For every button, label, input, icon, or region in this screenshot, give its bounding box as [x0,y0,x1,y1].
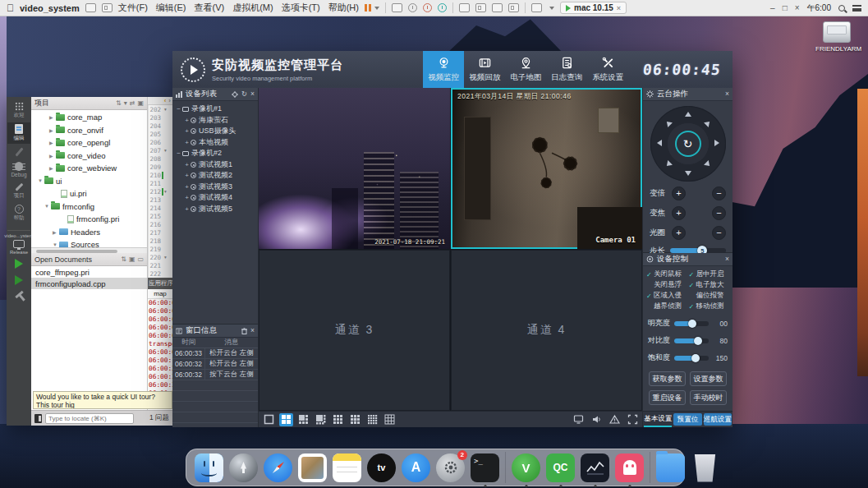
dock-green-v-app-icon[interactable]: V [512,453,540,482]
snapshot-clock-icon[interactable] [423,3,432,12]
close-icon[interactable]: × [725,90,729,98]
checkbox-option[interactable]: ✓ 偏位报警 [689,291,732,301]
vm-tab[interactable]: mac 10.15 × [560,2,627,14]
dock-terminal-icon[interactable]: >_ [471,453,499,482]
layout-8-button[interactable] [314,413,328,426]
device-tree-item[interactable]: + 测试视频2 [172,170,258,182]
slider-track[interactable] [674,321,709,326]
fullscreen-icon[interactable] [627,413,639,426]
project-tree-item[interactable]: ▶ core_opengl [31,136,147,150]
vm-menu-item[interactable]: 虚拟机(M) [232,2,273,14]
split-icon[interactable]: ▣ [137,99,144,107]
apple-menu-icon[interactable]:  [7,3,14,13]
expander-icon[interactable]: ▶ [49,140,56,145]
sync-icon[interactable]: ⇅ [121,256,126,263]
trash-icon[interactable] [241,328,247,334]
device-tree-item[interactable]: − 录像机#1 [172,104,258,115]
project-tree-item[interactable]: ▶ core_map [31,111,147,124]
project-tree-item[interactable]: frmconfig.pri [31,213,147,226]
history-clock-icon[interactable] [438,3,447,12]
minus-button[interactable]: − [712,226,726,240]
tab-log-query[interactable]: 日志查询 [546,51,587,88]
sidebar-toggle-icon[interactable] [34,414,42,423]
dock-finder-icon[interactable] [195,453,223,482]
mode-welcome[interactable]: 欢迎 [7,100,30,121]
device-tree-item[interactable]: + 测试视频4 [172,192,258,204]
expander-icon[interactable]: ▼ [38,178,44,183]
layout-4-button[interactable] [279,413,293,426]
fold-arrow-icon[interactable]: ▾ [164,107,167,112]
video-channel-2-selected[interactable]: 2021年03月14日 星期日 21:00:46 Camera 01 [451,88,642,249]
back-icon[interactable]: ‹ [164,97,167,104]
dock-downloads-folder-icon[interactable] [656,453,685,482]
dock-qc-app-icon[interactable]: QC [546,453,575,482]
dock-system-preferences-icon[interactable]: 2 [436,453,465,482]
vm-restore-button[interactable]: □ [783,3,788,12]
open-document-item[interactable]: core_ffmpeg.pri [31,266,147,278]
settings-tab[interactable]: 基本设置 [644,412,672,427]
plus-button[interactable]: + [672,186,686,200]
mode-projects[interactable]: 项目 [7,181,30,201]
expander-icon[interactable]: + [183,205,191,213]
device-control-button[interactable]: 获取参数 [649,371,686,386]
expander-icon[interactable]: − [175,150,182,157]
project-tree-item[interactable]: ui.pri [31,187,147,200]
plus-button[interactable]: + [672,226,686,240]
close-pane-icon[interactable]: ▭ [137,256,144,263]
ptz-upright-arrow[interactable] [704,119,712,127]
device-control-button[interactable]: 设置参数 [690,371,727,386]
fold-arrow-icon[interactable]: ▾ [164,255,167,260]
project-tree-item[interactable]: ▶ core_onvif [31,124,147,137]
expander-icon[interactable]: ▶ [49,165,56,171]
dock-ghost-app-icon[interactable] [615,453,644,482]
volume-icon[interactable] [590,413,603,426]
layout-13-button[interactable] [348,413,362,426]
device-tree-item[interactable]: + 本地视频 [172,137,258,149]
vm-pause-button[interactable] [365,4,379,12]
fold-arrow-icon[interactable]: ▾ [164,148,167,153]
device-control-button[interactable]: 手动校时 [690,390,727,405]
desktop-disk[interactable]: FRIENDLYARM [815,21,858,53]
layout-single-icon[interactable] [459,3,470,12]
filter-icon[interactable]: ▾ [124,99,127,107]
checkbox-option[interactable]: ✓ 移动侦测 [689,302,732,311]
device-tree-item[interactable]: + 海康萤石 [172,115,258,127]
layout-6-button[interactable] [296,413,310,426]
project-tree-item[interactable]: ▼ Sources [31,238,147,247]
close-icon[interactable]: × [725,256,729,263]
run-button[interactable] [15,259,23,269]
dock-photos-icon[interactable] [298,453,327,482]
expander-icon[interactable]: ▶ [49,127,56,133]
minus-button[interactable]: − [712,186,726,200]
layout-1-button[interactable] [262,413,276,426]
vm-close-button[interactable]: × [795,3,800,12]
tab-video-playback[interactable]: 视频回放 [464,51,505,88]
video-channel-3[interactable]: 通道 3 [259,250,450,411]
expander-icon[interactable]: + [183,127,191,135]
active-app-name[interactable]: video_system [20,3,80,13]
expander-icon[interactable]: + [183,183,191,191]
expander-icon[interactable]: − [175,105,182,113]
ptz-down-arrow[interactable] [685,171,691,176]
project-tree-item[interactable]: ▶ Headers [31,226,147,239]
open-document-item-selected[interactable]: frmconfigupload.cpp [31,278,147,289]
horizontal-scrollbar[interactable] [31,247,147,253]
expander-icon[interactable]: ▶ [49,153,56,159]
vm-menu-item[interactable]: 帮助(H) [328,2,359,14]
layout-split-icon[interactable] [475,3,486,12]
layout-36-button[interactable] [383,413,397,426]
close-icon[interactable]: × [250,90,255,98]
checkbox-option[interactable]: ✓ 电子放大 [689,280,732,290]
ptz-downright-arrow[interactable] [704,160,712,168]
expander-icon[interactable]: ▶ [53,229,59,235]
ptz-left-arrow[interactable] [657,140,662,146]
settings-tab[interactable]: 巡航设置 [704,413,732,426]
slider-thumb[interactable] [694,337,702,345]
expander-icon[interactable]: + [183,161,191,168]
device-tree-item[interactable]: + 测试视频5 [172,204,258,215]
slider-thumb[interactable] [688,320,696,328]
ptz-up-arrow[interactable] [685,112,691,117]
checkbox-option[interactable]: ✓ 越界侦测 [646,302,689,311]
tab-system-settings[interactable]: 系统设置 [587,51,628,88]
poll-monitor-icon[interactable] [572,413,585,426]
